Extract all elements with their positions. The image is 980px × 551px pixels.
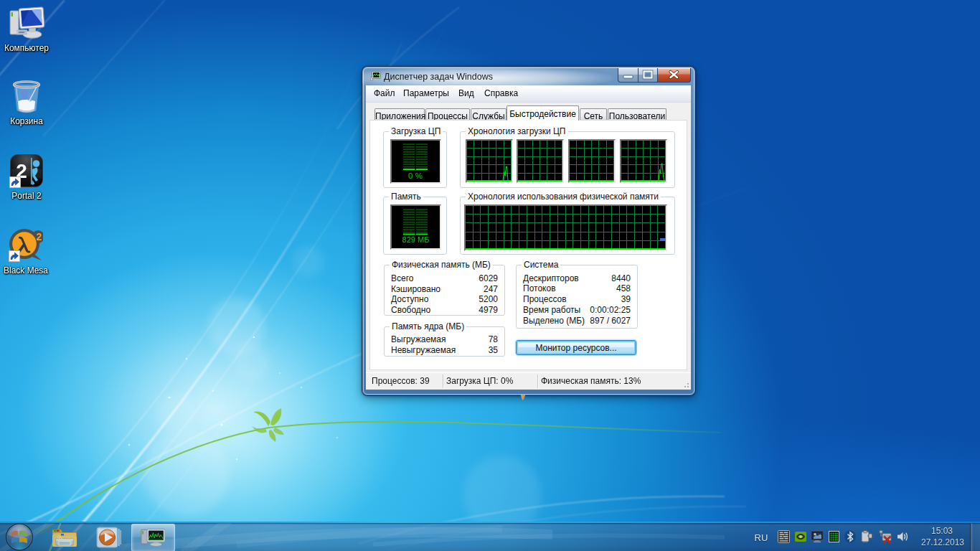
svg-text:0 %: 0 % xyxy=(408,171,423,180)
svg-text:2: 2 xyxy=(37,231,42,242)
svg-text:829 МБ: 829 МБ xyxy=(402,235,430,244)
